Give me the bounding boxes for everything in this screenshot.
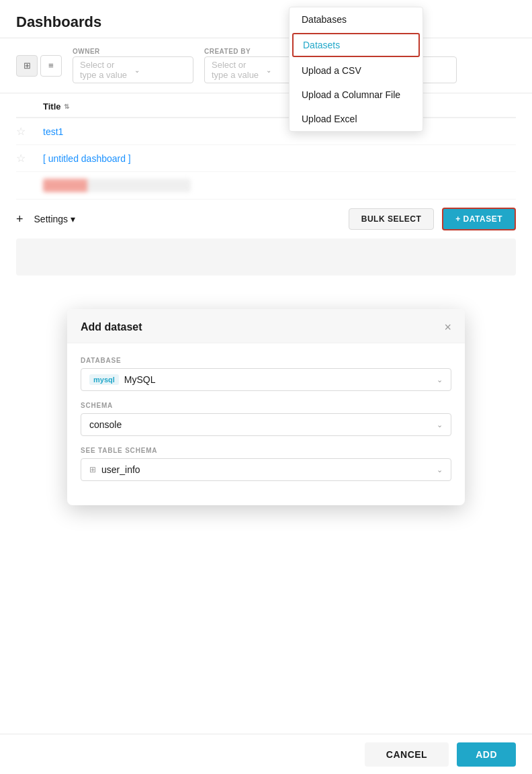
bulk-select-button[interactable]: BULK SELECT [349,208,435,230]
table-row: ☆ test1 [16,118,516,145]
view-icons: ⊞ ≡ [16,55,62,77]
dashboard-title-1[interactable]: test1 [43,126,63,137]
schema-value: console [89,419,122,430]
table-area: Title ⇅ ☆ test1 ☆ [ untitled dashboard ] [0,93,532,200]
panel-close-button[interactable]: × [444,321,451,333]
cancel-button[interactable]: CANCEL [365,742,449,767]
page-title: Dashboards [16,13,516,31]
dropdown-item-upload-excel[interactable]: Upload Excel [290,107,423,131]
page-header: Dashboards [0,0,532,38]
filter-bar: ⊞ ≡ OWNER Select or type a value ⌄ CREAT… [0,38,532,93]
table-icon: ⊞ [89,465,96,474]
dropdown-item-upload-csv[interactable]: Upload a CSV [290,58,423,83]
settings-chevron-icon: ▾ [71,214,75,224]
panel-title: Add dataset [81,321,142,333]
action-bar: + Settings ▾ BULK SELECT + DATASET [0,200,532,239]
owner-select[interactable]: Select or type a value ⌄ [73,56,193,83]
table-header: Title ⇅ [16,93,516,118]
table-schema-field-group: SEE TABLE SCHEMA ⊞ user_info ⌄ [81,447,451,481]
schema-field-group: SCHEMA console ⌄ [81,402,451,436]
list-icon: ≡ [48,60,54,71]
database-select[interactable]: mysql MySQL ⌄ [81,368,451,391]
panel-body: DATABASE mysql MySQL ⌄ SCHEMA console ⌄ … [67,343,465,505]
schema-field-label: SCHEMA [81,402,451,409]
modal-footer: CANCEL ADD [0,734,532,774]
overlay-row [16,172,516,200]
settings-label: Settings [34,214,69,224]
star-btn-2[interactable]: ☆ [16,152,43,165]
table-row: ☆ [ untitled dashboard ] [16,145,516,172]
schema-chevron-icon: ⌄ [437,421,443,429]
dropdown-item-upload-columnar[interactable]: Upload a Columnar File [290,83,423,107]
grid-view-btn[interactable]: ⊞ [16,55,38,77]
created-by-placeholder: Select or type a value [212,60,263,80]
list-view-btn[interactable]: ≡ [40,55,62,77]
panel-header: Add dataset × [67,309,465,343]
dropdown-item-datasets[interactable]: Datasets [292,33,420,57]
dropdown-item-databases[interactable]: Databases [290,7,423,32]
database-field-label: DATABASE [81,357,451,364]
dashboard-title-2[interactable]: [ untitled dashboard ] [43,153,131,164]
add-dataset-button[interactable]: + DATASET [442,208,516,230]
nav-dropdown-menu: Databases Datasets Upload a CSV Upload a… [289,7,423,132]
database-chevron-icon: ⌄ [437,376,443,384]
add-dataset-panel: Add dataset × DATABASE mysql MySQL ⌄ SCH… [67,309,465,505]
title-column-header: Title ⇅ [43,101,69,112]
database-field-group: DATABASE mysql MySQL ⌄ [81,357,451,391]
table-schema-chevron-icon: ⌄ [437,466,443,474]
sort-icon: ⇅ [64,103,69,110]
gray-placeholder [16,239,516,275]
grid-icon: ⊞ [24,60,31,71]
star-btn-1[interactable]: ☆ [16,125,43,138]
schema-select[interactable]: console ⌄ [81,413,451,436]
owner-chevron-icon: ⌄ [134,67,186,74]
settings-button[interactable]: Settings ▾ [34,214,76,224]
database-value: MySQL [124,374,156,385]
blurred-row [43,179,191,192]
table-schema-field-label: SEE TABLE SCHEMA [81,447,451,454]
database-badge: mysql [89,374,119,385]
table-schema-select[interactable]: ⊞ user_info ⌄ [81,458,451,481]
table-schema-value: user_info [101,464,140,475]
owner-placeholder: Select or type a value [80,60,132,80]
owner-filter-group: OWNER Select or type a value ⌄ [73,48,193,83]
plus-icon[interactable]: + [16,212,24,226]
add-button[interactable]: ADD [457,742,516,767]
owner-label: OWNER [73,48,193,55]
